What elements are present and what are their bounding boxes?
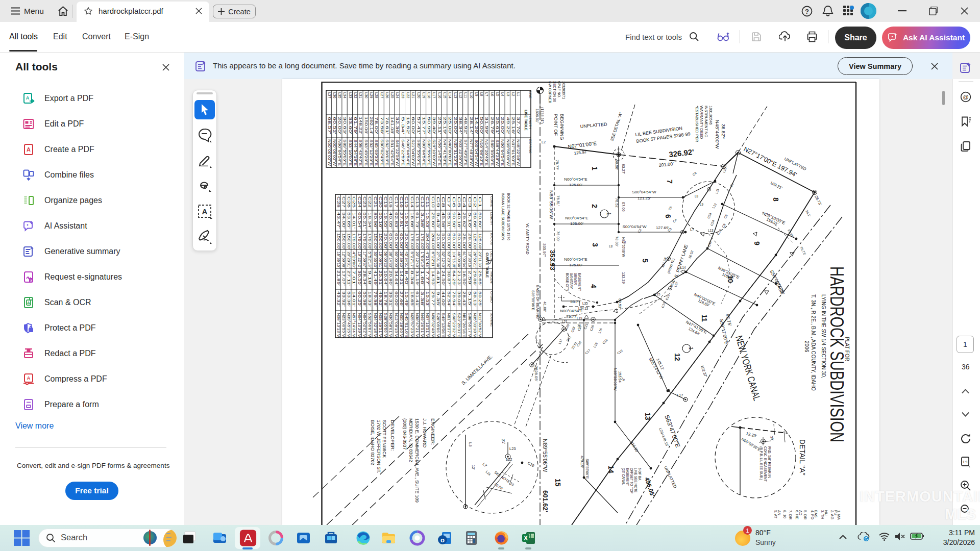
svg-text:LENGTH: LENGTH (529, 116, 532, 129)
svg-text:L30: L30 (364, 92, 368, 98)
svg-text:S00°04'54"W: S00°04'54"W (632, 190, 656, 194)
svg-text:A: A (26, 95, 30, 101)
svg-text:N56°14'52"E: N56°14'52"E (438, 139, 442, 166)
svg-text:L35: L35 (582, 302, 588, 305)
svg-text:C1: C1 (622, 240, 627, 244)
svg-text:J.J. HOWARD: J.J. HOWARD (422, 418, 427, 448)
svg-text:60°00'00": 60°00'00" (395, 252, 398, 269)
svg-text:EASEMENT: EASEMENT (578, 273, 581, 291)
svg-text:OFFSET TO TOP: OFFSET TO TOP (630, 468, 633, 493)
svg-text:*ESTABLISHED PER: *ESTABLISHED PER (695, 106, 699, 142)
svg-text:14.01': 14.01' (352, 291, 356, 307)
svg-text:60.56': 60.56' (615, 160, 619, 170)
svg-text:4.81': 4.81' (436, 270, 440, 286)
svg-text:S52°12'25"E: S52°12'25"E (370, 139, 373, 166)
svg-text:7.77': 7.77' (426, 270, 429, 286)
svg-text:15.53': 15.53' (426, 291, 429, 307)
svg-text:N40°00'00"E: N40°00'00"E (448, 139, 452, 166)
svg-text:29.77': 29.77' (431, 291, 435, 307)
svg-text:76.52': 76.52' (615, 198, 619, 209)
svg-text:50.00': 50.00' (447, 233, 451, 249)
svg-text:MERIDIAN, ID 83642: MERIDIAN, ID 83642 (408, 418, 413, 462)
svg-text:43.32': 43.32' (337, 291, 340, 307)
svg-text:L11: L11 (464, 92, 468, 98)
svg-text:HARDROCK SUBDIVISION: HARDROCK SUBDIVISION (826, 266, 847, 442)
svg-text:15: 15 (554, 479, 562, 487)
svg-text:44.00': 44.00' (442, 291, 445, 307)
svg-text:2.59': 2.59' (468, 270, 472, 286)
svg-text:2: 2 (591, 204, 599, 208)
svg-text:8: 8 (772, 197, 780, 202)
svg-text:x: x (30, 279, 32, 282)
svg-text:13: 13 (644, 412, 652, 420)
svg-text:601.62': 601.62' (542, 490, 549, 512)
svg-text:28.00': 28.00' (468, 233, 472, 249)
svg-text:L8: L8 (609, 244, 613, 248)
svg-text:S80°02'45"E: S80°02'45"E (380, 139, 384, 166)
svg-text:52°12'40": 52°12'40" (442, 252, 445, 269)
svg-text:(23' CANAL: (23' CANAL (621, 468, 625, 485)
svg-text:175.00': 175.00' (421, 233, 424, 249)
svg-text:N00°04'54"E: N00°04'54"E (422, 139, 426, 166)
svg-text:NU: NU (824, 510, 828, 515)
svg-text:S38°44'29"W: S38°44'29"W (496, 139, 499, 166)
svg-text:TANGENT: TANGENT (490, 270, 493, 285)
svg-text:SEWER: SEWER (574, 273, 577, 285)
svg-text:204.00': 204.00' (431, 233, 435, 249)
svg-text:1.66': 1.66' (421, 270, 424, 286)
svg-text:14.93': 14.93' (431, 270, 435, 286)
svg-text:479.19': 479.19' (580, 456, 584, 468)
svg-text:L31: L31 (359, 92, 362, 98)
svg-text:26.79': 26.79' (491, 117, 494, 134)
svg-text:150.00': 150.00' (347, 233, 351, 249)
svg-text:13: 13 (584, 307, 589, 310)
svg-text:1808.51': 1808.51' (535, 109, 540, 123)
svg-text:73.58': 73.58' (380, 117, 384, 134)
svg-text:45°34'51": 45°34'51" (405, 252, 408, 269)
svg-text:62.83': 62.83' (395, 212, 398, 229)
svg-text:5: 5 (641, 259, 649, 263)
svg-text:POINT OF: POINT OF (553, 114, 558, 136)
svg-text:16.66': 16.66' (410, 212, 414, 229)
svg-text:61°00'54": 61°00'54" (462, 252, 466, 269)
svg-text:C13: C13 (415, 196, 419, 208)
svg-text:N48°44'00"W: N48°44'00"W (715, 120, 720, 149)
svg-text:S85°09'35"E: S85°09'35"E (375, 139, 378, 166)
svg-text:15.91': 15.91' (405, 212, 408, 229)
svg-text:16.52': 16.52' (406, 117, 410, 134)
svg-text:69.53': 69.53' (618, 298, 622, 309)
svg-text:L21: L21 (411, 92, 415, 98)
svg-text:20°29'31": 20°29'31" (347, 252, 351, 269)
svg-text:(R.P.B. LIL BEE SUB.): (R.P.B. LIL BEE SUB.) (759, 446, 763, 480)
svg-text:16.65': 16.65' (410, 291, 414, 307)
svg-text:37.70': 37.70' (517, 117, 520, 134)
svg-text:57.41': 57.41' (417, 117, 421, 134)
svg-text:BEARING: BEARING (529, 139, 532, 154)
svg-text:18.33': 18.33' (368, 291, 372, 307)
svg-text:N89°55'06"W: N89°55'06"W (506, 139, 510, 166)
svg-text:41.00': 41.00' (543, 302, 547, 312)
svg-text:CURVE: CURVE (490, 196, 493, 207)
svg-text:DETAIL "A": DETAIL "A" (798, 439, 806, 475)
svg-text:25.19': 25.19' (443, 117, 447, 134)
svg-text:L28: L28 (375, 92, 378, 98)
svg-text:67.06': 67.06' (621, 202, 626, 213)
svg-text:5.16': 5.16' (468, 212, 472, 229)
svg-text:36.82'*: 36.82'* (721, 124, 726, 139)
svg-text:61.41': 61.41' (415, 291, 419, 307)
svg-text:150.06': 150.06' (364, 117, 368, 134)
svg-text:5°52'13": 5°52'13" (368, 252, 372, 269)
svg-text:58.66': 58.66' (473, 212, 477, 229)
svg-text:25.00': 25.00' (501, 117, 504, 134)
svg-text:60.00': 60.00' (389, 233, 393, 249)
svg-text:39.40': 39.40' (432, 117, 436, 134)
svg-text:83.27': 83.27' (621, 164, 626, 174)
svg-text:1: 1 (591, 166, 599, 170)
svg-text:L7: L7 (485, 92, 488, 96)
svg-text:46°00'56": 46°00'56" (457, 252, 461, 269)
svg-text:150.00': 150.00' (374, 233, 377, 249)
svg-text:50.60': 50.60' (478, 212, 482, 229)
svg-text:L9: L9 (475, 92, 478, 96)
svg-text:28.43': 28.43' (462, 291, 466, 307)
svg-text:L35: L35 (338, 92, 341, 98)
